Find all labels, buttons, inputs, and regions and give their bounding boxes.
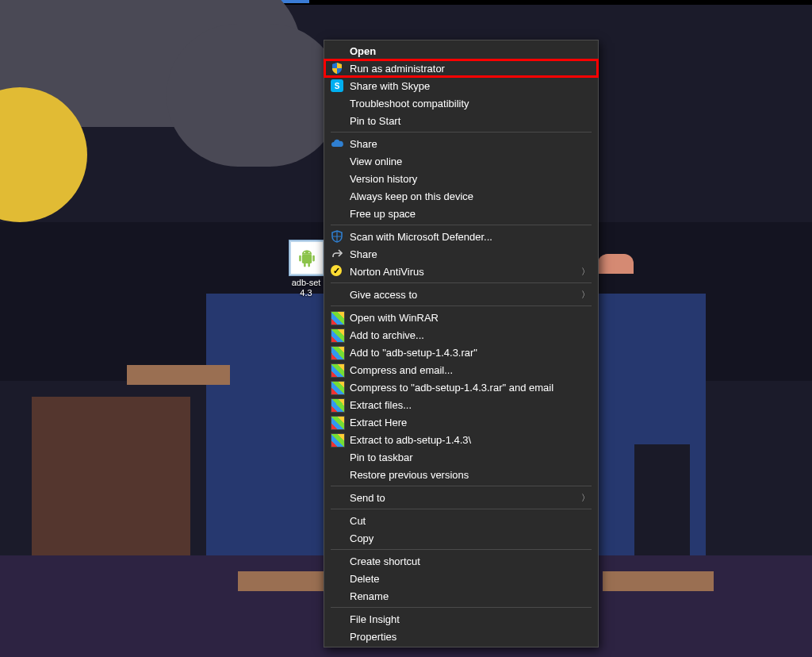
menu-item-compress-to-and-email[interactable]: Compress to "adb-setup-1.4.3.rar" and em… [324, 378, 598, 396]
desktop-file-adb-setup[interactable]: adb-set 4.3 [289, 240, 324, 298]
menu-item-rename[interactable]: Rename [324, 587, 598, 605]
menu-item-norton-antivirus[interactable]: ✓ Norton AntiVirus 〉 [324, 263, 598, 280]
wallpaper-shape [238, 571, 333, 591]
winrar-icon [331, 363, 345, 378]
context-menu: Open Run as administrator S Share with S… [324, 40, 599, 647]
menu-item-always-keep-on-device[interactable]: Always keep on this device [324, 187, 598, 205]
menu-item-share-skype[interactable]: S Share with Skype [324, 77, 598, 94]
winrar-icon [331, 433, 345, 448]
menu-item-add-to-named-rar[interactable]: Add to "adb-setup-1.4.3.rar" [324, 344, 598, 361]
winrar-icon [331, 328, 345, 343]
menu-item-label: Compress to "adb-setup-1.4.3.rar" and em… [350, 382, 553, 394]
menu-item-cut[interactable]: Cut [324, 512, 598, 529]
svg-rect-2 [312, 256, 315, 262]
menu-separator [331, 305, 592, 306]
wallpaper-shape [603, 571, 714, 591]
wallpaper-shape [32, 397, 190, 555]
menu-item-extract-to-folder[interactable]: Extract to adb-setup-1.4.3\ [324, 431, 598, 448]
menu-item-give-access-to[interactable]: Give access to 〉 [324, 286, 598, 303]
menu-separator [331, 132, 592, 133]
winrar-icon [331, 398, 345, 413]
menu-item-create-shortcut[interactable]: Create shortcut [324, 552, 598, 570]
menu-separator [331, 225, 592, 225]
svg-rect-4 [308, 263, 310, 267]
menu-item-label: Norton AntiVirus [350, 266, 424, 278]
menu-separator [331, 509, 592, 509]
menu-item-label: Rename [350, 590, 389, 602]
menu-item-label: Version history [350, 173, 417, 185]
menu-item-scan-defender[interactable]: Scan with Microsoft Defender... [324, 228, 598, 245]
submenu-arrow-icon: 〉 [581, 492, 590, 504]
svg-rect-1 [299, 256, 301, 262]
wallpaper-cloud [167, 24, 341, 167]
menu-item-label: Pin to Start [350, 115, 400, 127]
menu-item-label: Always keep on this device [350, 190, 473, 202]
menu-item-label: Extract to adb-setup-1.4.3\ [350, 434, 471, 446]
menu-item-open-with-winrar[interactable]: Open with WinRAR [324, 309, 598, 326]
svg-point-5 [304, 252, 305, 253]
menu-separator [331, 607, 592, 608]
menu-item-label: Delete [350, 573, 380, 585]
menu-separator [331, 282, 592, 283]
menu-separator [331, 486, 592, 486]
svg-rect-3 [304, 263, 306, 267]
menu-item-pin-to-start[interactable]: Pin to Start [324, 112, 598, 129]
menu-item-label: Pin to taskbar [350, 451, 413, 463]
menu-item-label: Give access to [350, 289, 417, 301]
menu-item-version-history[interactable]: Version history [324, 170, 598, 187]
menu-item-label: Extract files... [350, 399, 412, 411]
menu-item-extract-here[interactable]: Extract Here [324, 413, 598, 431]
menu-item-label: Restore previous versions [350, 469, 469, 481]
wallpaper-shape [598, 254, 634, 274]
winrar-icon [331, 381, 345, 395]
menu-item-restore-previous-versions[interactable]: Restore previous versions [324, 466, 598, 483]
menu-item-label: Share with Skype [350, 80, 430, 92]
menu-item-run-as-administrator[interactable]: Run as administrator [324, 60, 598, 77]
menu-item-label: Add to archive... [350, 329, 424, 341]
menu-item-free-up-space[interactable]: Free up space [324, 205, 598, 222]
menu-item-label: Extract Here [350, 417, 407, 428]
menu-item-delete[interactable]: Delete [324, 570, 598, 587]
desktop-icon-label: adb-set 4.3 [289, 278, 324, 298]
menu-item-file-insight[interactable]: File Insight [324, 610, 598, 628]
menu-item-send-to[interactable]: Send to 〉 [324, 489, 598, 506]
menu-item-label: Open [350, 45, 376, 57]
menu-item-compress-and-email[interactable]: Compress and email... [324, 361, 598, 378]
share-icon [331, 248, 343, 260]
menu-item-label: Free up space [350, 208, 416, 220]
menu-item-label: Share [350, 248, 377, 260]
norton-icon: ✓ [331, 265, 342, 276]
menu-item-extract-files[interactable]: Extract files... [324, 396, 598, 413]
menu-item-label: Compress and email... [350, 364, 453, 376]
winrar-icon [331, 416, 345, 430]
uac-shield-icon [331, 62, 343, 75]
menu-item-label: Send to [350, 492, 385, 504]
android-icon [296, 247, 318, 269]
menu-item-open[interactable]: Open [324, 42, 598, 60]
menu-separator [331, 549, 592, 550]
menu-item-view-online[interactable]: View online [324, 152, 598, 170]
menu-item-add-to-archive[interactable]: Add to archive... [324, 326, 598, 344]
menu-item-label: File Insight [350, 613, 400, 625]
skype-icon: S [331, 79, 343, 92]
defender-shield-icon [331, 230, 343, 243]
menu-item-troubleshoot-compatibility[interactable]: Troubleshoot compatibility [324, 94, 598, 112]
menu-item-label: Cut [350, 515, 366, 527]
submenu-arrow-icon: 〉 [581, 289, 590, 301]
file-icon-tile [289, 240, 325, 276]
menu-item-properties[interactable]: Properties [324, 628, 598, 645]
menu-item-label: Scan with Microsoft Defender... [350, 231, 492, 243]
menu-item-pin-to-taskbar[interactable]: Pin to taskbar [324, 448, 598, 466]
menu-item-onedrive-share[interactable]: Share [324, 135, 598, 152]
menu-item-label: Open with WinRAR [350, 312, 439, 324]
menu-item-copy[interactable]: Copy [324, 529, 598, 547]
menu-item-label: Run as administrator [350, 63, 445, 75]
menu-item-label: Add to "adb-setup-1.4.3.rar" [350, 347, 477, 359]
winrar-icon [331, 311, 345, 325]
menu-item-label: View online [350, 156, 402, 167]
menu-item-share[interactable]: Share [324, 245, 598, 263]
menu-item-label: Copy [350, 532, 373, 544]
svg-point-6 [308, 252, 310, 253]
svg-rect-0 [302, 255, 312, 263]
winrar-icon [331, 346, 345, 360]
